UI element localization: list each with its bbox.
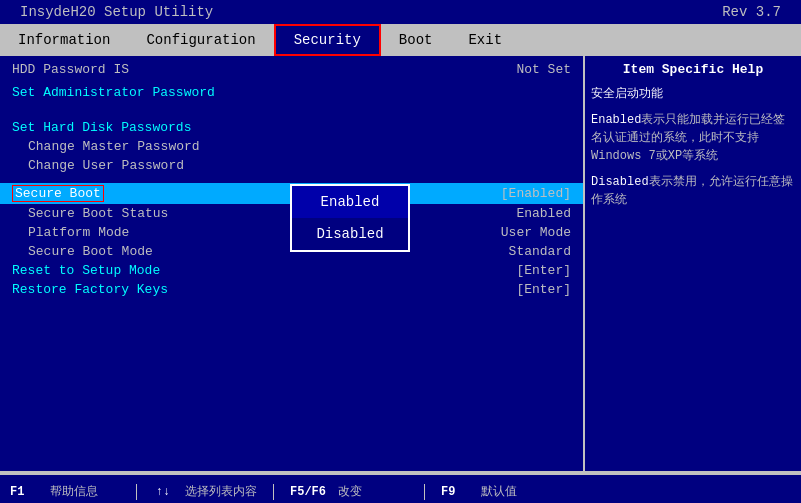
bottom-bar: F1 帮助信息 ↑↓ 选择列表内容 F5/F6 改变 F9 默认值 ESC 取消… bbox=[0, 473, 801, 503]
app-title: InsydeH20 Setup Utility bbox=[20, 4, 213, 20]
hdd-password-item: HDD Password IS Not Set bbox=[0, 60, 583, 79]
help-line3: Disabled表示禁用，允许运行任意操作系统 bbox=[591, 173, 795, 209]
sym-updown: ↑↓ bbox=[153, 485, 173, 499]
app-version: Rev 3.7 bbox=[722, 4, 781, 20]
restore-factory-keys-label: Restore Factory Keys bbox=[12, 282, 168, 297]
reset-setup-mode-label: Reset to Setup Mode bbox=[12, 263, 160, 278]
bottom-row-1: F1 帮助信息 ↑↓ 选择列表内容 F5/F6 改变 F9 默认值 bbox=[10, 483, 791, 500]
restore-factory-keys-row[interactable]: Restore Factory Keys [Enter] bbox=[0, 280, 583, 299]
title-bar: InsydeH20 Setup Utility Rev 3.7 bbox=[0, 0, 801, 24]
help-line2: Enabled表示只能加载并运行已经签名认证通过的系统，此时不支持Windows… bbox=[591, 111, 795, 165]
key-f9: F9 bbox=[441, 485, 469, 499]
nav-item-security[interactable]: Security bbox=[274, 24, 381, 56]
secure-boot-mode-value: Standard bbox=[509, 244, 571, 259]
help-content: 安全启动功能 Enabled表示只能加载并运行已经签名认证通过的系统，此时不支持… bbox=[591, 85, 795, 209]
help-line1: 安全启动功能 bbox=[591, 85, 795, 103]
dropdown-popup[interactable]: Enabled Disabled bbox=[290, 184, 410, 252]
secure-boot-label: Secure Boot bbox=[12, 185, 104, 202]
key-f1: F1 bbox=[10, 485, 38, 499]
dropdown-option-enabled[interactable]: Enabled bbox=[292, 186, 408, 218]
nav-item-information[interactable]: Information bbox=[0, 24, 128, 56]
change-user-password[interactable]: Change User Password bbox=[0, 156, 583, 175]
desc-updown: 选择列表内容 bbox=[185, 483, 257, 500]
platform-mode-label: Platform Mode bbox=[28, 225, 129, 240]
secure-boot-status-value: Enabled bbox=[516, 206, 571, 221]
dropdown-option-disabled[interactable]: Disabled bbox=[292, 218, 408, 250]
reset-setup-mode-value: [Enter] bbox=[516, 263, 571, 278]
nav-item-configuration[interactable]: Configuration bbox=[128, 24, 273, 56]
secure-boot-status-label: Secure Boot Status bbox=[28, 206, 168, 221]
desc-f5f6: 改变 bbox=[338, 483, 408, 500]
nav-item-exit[interactable]: Exit bbox=[450, 24, 520, 56]
hdd-password-value: Not Set bbox=[516, 62, 571, 77]
platform-mode-value: User Mode bbox=[501, 225, 571, 240]
restore-factory-keys-value: [Enter] bbox=[516, 282, 571, 297]
main-content: HDD Password IS Not Set Set Administrato… bbox=[0, 56, 801, 471]
set-admin-password[interactable]: Set Administrator Password bbox=[0, 83, 583, 102]
left-panel: HDD Password IS Not Set Set Administrato… bbox=[0, 56, 583, 471]
nav-item-boot[interactable]: Boot bbox=[381, 24, 451, 56]
secure-boot-value: [Enabled] bbox=[501, 186, 571, 201]
key-f5f6: F5/F6 bbox=[290, 485, 326, 499]
help-title: Item Specific Help bbox=[591, 62, 795, 77]
nav-bar: Information Configuration Security Boot … bbox=[0, 24, 801, 56]
right-panel: Item Specific Help 安全启动功能 Enabled表示只能加载并… bbox=[583, 56, 801, 471]
reset-setup-mode-row[interactable]: Reset to Setup Mode [Enter] bbox=[0, 261, 583, 280]
desc-f1: 帮助信息 bbox=[50, 483, 120, 500]
secure-boot-mode-label: Secure Boot Mode bbox=[28, 244, 153, 259]
change-master-password[interactable]: Change Master Password bbox=[0, 137, 583, 156]
hdd-password-label: HDD Password IS bbox=[12, 62, 129, 77]
set-hard-disk-passwords[interactable]: Set Hard Disk Passwords bbox=[0, 118, 583, 137]
desc-f9: 默认值 bbox=[481, 483, 551, 500]
